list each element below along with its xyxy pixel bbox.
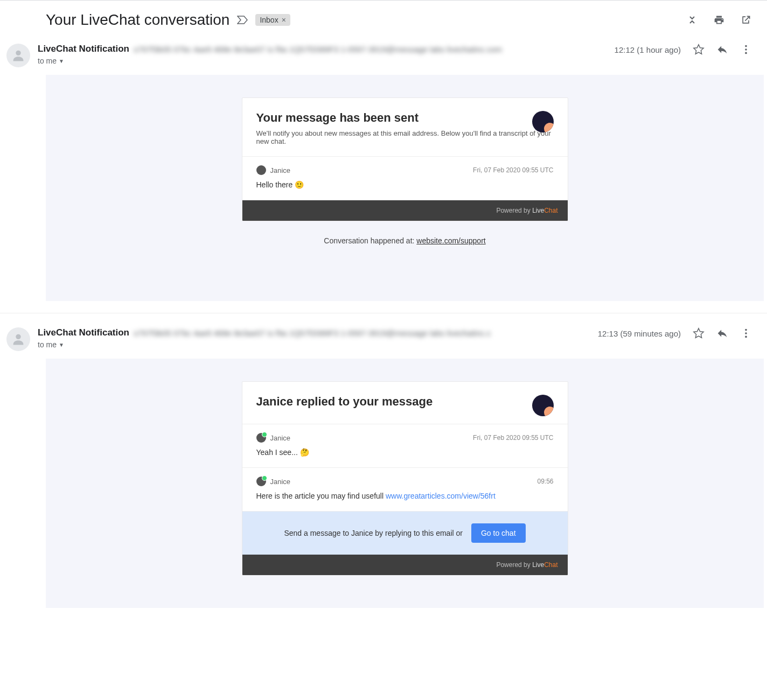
card-title: Janice replied to your message	[256, 395, 554, 409]
transcript-item: Janice Fri, 07 Feb 2020 09:55 UTC Hello …	[242, 157, 568, 200]
agent-avatar-icon	[256, 165, 266, 175]
dropdown-icon: ▼	[59, 58, 64, 64]
open-new-window-icon[interactable]	[740, 14, 752, 26]
star-icon[interactable]	[693, 327, 705, 339]
timestamp: 12:12 (1 hour ago)	[615, 45, 681, 54]
agent-avatar-icon	[256, 433, 266, 443]
email-body: Janice replied to your message Janice Fr…	[46, 359, 764, 608]
transcript-text: Here is the article you may find usefull…	[256, 492, 554, 500]
email-message: LiveChat Notification s797f3b05 07bc 4ae…	[0, 39, 767, 301]
svg-point-0	[16, 51, 20, 55]
email-message: LiveChat Notification s797f3b05 07bc 4ae…	[0, 323, 767, 608]
reply-instruction: Send a message to Janice by replying to …	[284, 529, 463, 537]
svg-point-7	[745, 336, 747, 338]
svg-point-5	[745, 329, 747, 331]
svg-point-4	[16, 334, 20, 339]
email-body: Your message has been sent We'll notify …	[46, 75, 764, 301]
card-title: Your message has been sent	[256, 111, 554, 125]
sender-name: LiveChat Notification	[38, 327, 129, 338]
timestamp: 12:13 (59 minutes ago)	[598, 329, 681, 338]
source-link[interactable]: website.com/support	[416, 236, 485, 245]
reply-icon[interactable]	[716, 327, 728, 339]
agent-name: Janice	[270, 166, 291, 174]
conversation-source: Conversation happened at: website.com/su…	[324, 236, 485, 245]
transcript-item: Janice 09:56 Here is the article you may…	[242, 468, 568, 512]
go-to-chat-button[interactable]: Go to chat	[471, 523, 526, 543]
transcript-item: Janice Fri, 07 Feb 2020 09:55 UTC Yeah I…	[242, 424, 568, 468]
sender-email-blurred: s797f3b05 07bc 4ae9 468e 8e3ae07 is f9a …	[134, 328, 491, 338]
more-icon[interactable]	[740, 327, 752, 339]
subject: Your LiveChat conversation	[46, 11, 229, 29]
conversation-header: Your LiveChat conversation Inbox ×	[0, 0, 767, 39]
chip-remove-icon[interactable]: ×	[282, 16, 286, 24]
transcript-time: 09:56	[537, 478, 553, 485]
brand-logo-icon	[532, 111, 554, 132]
print-icon[interactable]	[713, 14, 725, 26]
svg-point-6	[745, 332, 747, 334]
transcript-text: Hello there 🙂	[256, 180, 554, 189]
article-link[interactable]: www.greatarticles.com/view/56frt	[386, 492, 496, 500]
transcript-card: Your message has been sent We'll notify …	[242, 97, 568, 221]
svg-point-3	[745, 52, 747, 54]
agent-avatar-icon	[256, 477, 266, 486]
card-footer: Powered by LiveChat	[242, 555, 568, 575]
star-icon[interactable]	[693, 44, 705, 55]
label-important-icon[interactable]	[237, 15, 248, 25]
card-subtitle: We'll notify you about new messages at t…	[256, 129, 554, 145]
dropdown-icon: ▼	[59, 342, 64, 348]
sender-avatar	[6, 327, 30, 351]
agent-name: Janice	[270, 434, 291, 442]
svg-point-1	[745, 45, 747, 47]
reply-bar: Send a message to Janice by replying to …	[242, 512, 568, 555]
card-footer: Powered by LiveChat	[242, 200, 568, 221]
more-icon[interactable]	[740, 44, 752, 55]
transcript-card: Janice replied to your message Janice Fr…	[242, 381, 568, 576]
sender-email-blurred: s797f3b05 07bc 4ae9 468e 8e3ae07 is f9a …	[134, 45, 502, 54]
reply-icon[interactable]	[716, 44, 728, 55]
recipient-line[interactable]: to me ▼	[38, 57, 607, 65]
message-divider	[0, 313, 767, 313]
sender-avatar	[6, 44, 30, 67]
transcript-time: Fri, 07 Feb 2020 09:55 UTC	[473, 434, 553, 442]
transcript-time: Fri, 07 Feb 2020 09:55 UTC	[473, 166, 553, 174]
inbox-chip[interactable]: Inbox ×	[255, 14, 290, 26]
brand-logo-icon	[532, 395, 554, 416]
recipient-line[interactable]: to me ▼	[38, 340, 590, 349]
sender-name: LiveChat Notification	[38, 44, 129, 54]
transcript-text: Yeah I see... 🤔	[256, 448, 554, 457]
agent-name: Janice	[270, 478, 291, 486]
collapse-icon[interactable]	[686, 14, 698, 26]
chip-label: Inbox	[260, 16, 278, 24]
svg-point-2	[745, 48, 747, 51]
